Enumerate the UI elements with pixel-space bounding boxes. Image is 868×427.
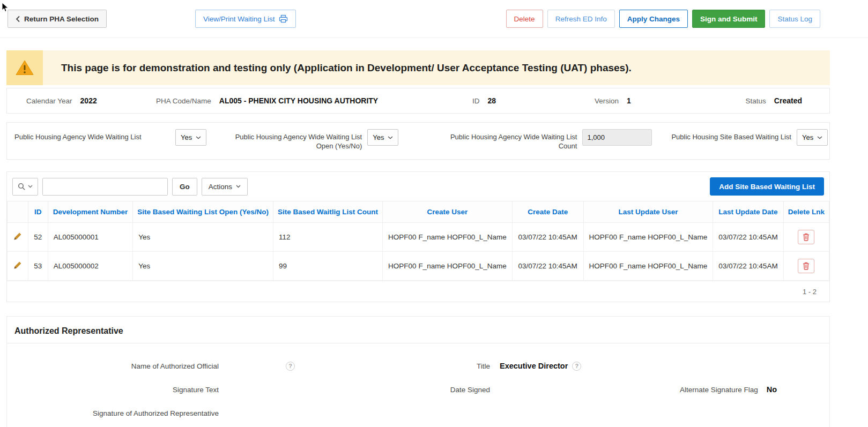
edit-column-header	[8, 201, 28, 223]
page-content: This page is for demonstration and testi…	[6, 50, 830, 427]
status-log-button[interactable]: Status Log	[769, 10, 820, 28]
cell-last-update-user: HOPF00 F_name HOPF00_L_Name	[583, 223, 713, 252]
column-header-id[interactable]: ID	[28, 201, 48, 223]
cell-development-number: AL005000002	[48, 252, 133, 281]
agency-wide-waiting-list-value: Yes	[181, 133, 192, 141]
agency-wide-open-label: Public Housing Agency Wide Waiting List …	[233, 129, 362, 151]
report-footer: 1 - 2	[7, 281, 829, 302]
column-header-development-number[interactable]: Development Number	[48, 201, 133, 223]
authorized-representative-section: Authorized Representative Name of Author…	[6, 316, 830, 427]
column-header-last-update-user[interactable]: Last Update User	[583, 201, 713, 223]
delete-row-button[interactable]	[798, 259, 814, 273]
chevron-down-icon	[28, 185, 33, 188]
refresh-ed-info-button[interactable]: Refresh ED Info	[547, 10, 615, 28]
toolbar-right-group: Delete Refresh ED Info Apply Changes Sig…	[506, 10, 820, 28]
site-based-waiting-list-field: Public Housing Site Based Waiting List Y…	[671, 129, 828, 146]
site-based-waiting-list-report: Go Actions Add Site Based Waiting List I…	[6, 171, 830, 302]
authorized-row-2: Signature Text Date Signed Alternate Sig…	[7, 378, 829, 401]
cell-id: 52	[28, 223, 48, 252]
return-pha-selection-label: Return PHA Selection	[24, 15, 99, 23]
authorized-row-1: Name of Authorized Official ? Title Exec…	[7, 354, 829, 378]
help-icon[interactable]: ?	[572, 362, 581, 371]
chevron-down-icon	[388, 136, 393, 139]
trash-icon	[803, 233, 810, 241]
agency-wide-open-select[interactable]: Yes	[367, 129, 398, 146]
cell-count: 99	[273, 252, 383, 281]
column-header-last-update-date[interactable]: Last Update Date	[713, 201, 784, 223]
agency-wide-waiting-list-select[interactable]: Yes	[175, 129, 206, 146]
site-based-waiting-list-select[interactable]: Yes	[797, 129, 828, 146]
cell-create-date: 03/07/22 10:45AM	[512, 223, 583, 252]
actions-button[interactable]: Actions	[202, 178, 248, 196]
agency-wide-count-input[interactable]	[582, 129, 652, 146]
authorized-row-3: Signature of Authorized Representative	[7, 401, 829, 425]
pha-code-name-item: PHA Code/Name AL005 - PHENIX CITY HOUSIN…	[156, 96, 472, 105]
printer-icon	[279, 14, 288, 23]
actions-label: Actions	[209, 183, 232, 191]
search-dropdown-button[interactable]	[12, 178, 38, 196]
date-signed-field: Date Signed	[296, 386, 597, 394]
site-based-waiting-list-label: Public Housing Site Based Waiting List	[671, 129, 791, 141]
chevron-left-icon	[16, 16, 20, 23]
view-print-waiting-list-button[interactable]: View/Print Waiting List	[195, 10, 296, 28]
go-button[interactable]: Go	[172, 178, 197, 196]
signature-text-label: Signature Text	[7, 386, 219, 394]
alternate-signature-flag-label: Alternate Signature Flag	[680, 386, 758, 394]
version-label: Version	[595, 97, 619, 105]
sign-and-submit-button[interactable]: Sign and Submit	[692, 10, 766, 28]
version-value: 1	[627, 96, 631, 105]
cell-open: Yes	[133, 223, 273, 252]
alternate-signature-flag-field: Alternate Signature Flag No	[597, 385, 829, 394]
title-value: Executive Director	[500, 362, 568, 370]
title-label: Title	[296, 362, 490, 370]
search-icon	[18, 183, 26, 191]
authorized-representative-title: Authorized Representative	[7, 317, 829, 343]
table-header-row: ID Development Number Site Based Waiting…	[8, 201, 829, 223]
search-input[interactable]	[42, 178, 168, 196]
help-icon[interactable]: ?	[286, 362, 295, 371]
table-row: 53 AL005000002 Yes 99 HOPF00 F_name HOPF…	[8, 252, 829, 281]
cell-last-update-date: 03/07/22 10:45AM	[713, 223, 784, 252]
calendar-year-value: 2022	[80, 96, 97, 105]
waiting-list-table: ID Development Number Site Based Waiting…	[7, 201, 829, 281]
chevron-down-icon	[196, 136, 201, 139]
column-header-create-user[interactable]: Create User	[383, 201, 513, 223]
status-item: Status Created	[738, 96, 829, 105]
warning-message: This page is for demonstration and testi…	[43, 50, 642, 85]
add-site-based-waiting-list-button[interactable]: Add Site Based Waiting List	[710, 177, 824, 196]
cell-last-update-date: 03/07/22 10:45AM	[713, 252, 784, 281]
version-item: Version 1	[595, 96, 738, 105]
cell-create-user: HOPF00 F_name HOPF00_L_Name	[383, 223, 513, 252]
status-value: Created	[774, 96, 802, 105]
agency-wide-waiting-list-label: Public Housing Agency Wide Waiting List	[14, 129, 170, 141]
column-header-site-based-count[interactable]: Site Based Waitlig List Count	[273, 201, 383, 223]
cell-open: Yes	[133, 252, 273, 281]
cell-create-date: 03/07/22 10:45AM	[512, 252, 583, 281]
column-header-create-date[interactable]: Create Date	[512, 201, 583, 223]
title-field: Title Executive Director ?	[296, 362, 597, 371]
warning-triangle-icon	[15, 59, 34, 76]
record-id-label: ID	[472, 97, 480, 105]
agency-wide-count-label: Public Housing Agency Wide Waiting List …	[443, 129, 577, 151]
report-toolbar: Go Actions Add Site Based Waiting List	[7, 172, 829, 201]
edit-row-button[interactable]	[13, 232, 22, 241]
warning-icon-box	[6, 50, 43, 85]
record-id-value: 28	[488, 96, 496, 105]
return-pha-selection-button[interactable]: Return PHA Selection	[8, 10, 107, 28]
column-header-delete-lnk[interactable]: Delete Lnk	[783, 201, 829, 223]
table-row: 52 AL005000001 Yes 112 HOPF00 F_name HOP…	[8, 223, 829, 252]
edit-row-button[interactable]	[13, 261, 22, 269]
record-info-bar: Calendar Year 2022 PHA Code/Name AL005 -…	[6, 88, 830, 114]
apply-changes-button[interactable]: Apply Changes	[619, 10, 688, 28]
delete-row-button[interactable]	[798, 230, 814, 244]
record-id-item: ID 28	[472, 96, 595, 105]
pagination-label: 1 - 2	[803, 288, 817, 296]
view-print-label: View/Print Waiting List	[203, 15, 275, 23]
column-header-site-based-open[interactable]: Site Based Waiting List Open (Yes/No)	[133, 201, 273, 223]
agency-wide-waiting-list-field: Public Housing Agency Wide Waiting List …	[14, 129, 206, 146]
delete-button[interactable]: Delete	[506, 10, 543, 28]
site-based-waiting-list-value: Yes	[802, 133, 813, 141]
date-signed-label: Date Signed	[296, 386, 490, 394]
cell-create-user: HOPF00 F_name HOPF00_L_Name	[383, 252, 513, 281]
name-of-authorized-official-field: Name of Authorized Official ?	[7, 362, 296, 371]
